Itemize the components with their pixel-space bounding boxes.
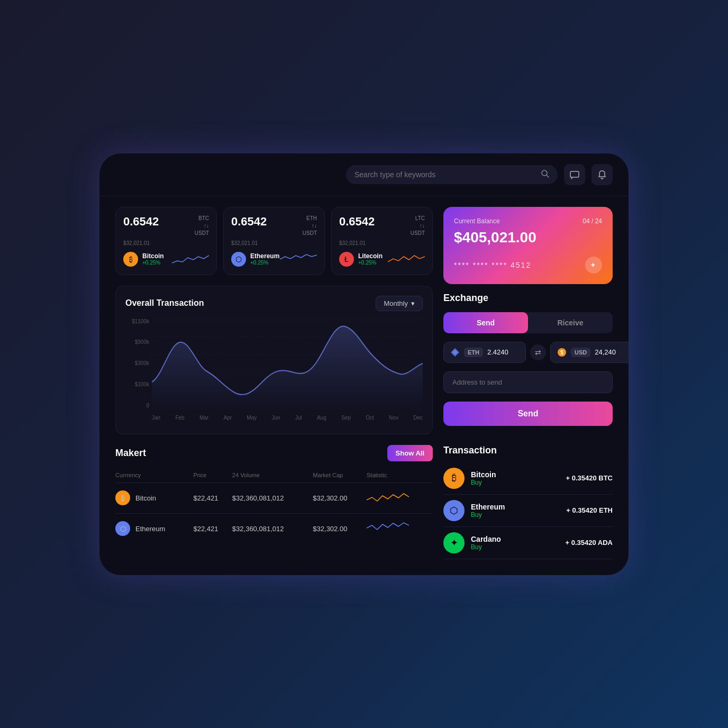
table-row: ⬡ Ethereum $22,421 $32,360,081,012 $32,3… (115, 513, 433, 544)
from-amount-input[interactable] (487, 348, 519, 356)
x-jul: Jul (295, 415, 302, 421)
ethereum-icon: ⬡ (231, 252, 246, 267)
exchange-tabs: Send Riceive (443, 312, 613, 333)
right-column: Current Balance 04 / 24 $405,021.00 ****… (443, 207, 613, 434)
btc-row-price: $22,421 (193, 483, 232, 513)
x-jun: Jun (272, 415, 280, 421)
crypto-cards-row: 0.6542 BTC ↑↓ USDT $32,021.01 ₿ Bitcoin (115, 207, 433, 275)
balance-card: Current Balance 04 / 24 $405,021.00 ****… (443, 207, 613, 284)
transaction-section: Transaction ₿ Bitcoin Buy + 0.35420 BTC … (443, 445, 613, 559)
x-aug: Aug (317, 415, 326, 421)
eth-row-currency: ⬡ Ethereum (115, 521, 193, 536)
tx-ethereum-type: Buy (471, 511, 560, 518)
x-dec: Dec (413, 415, 423, 421)
eth-sub-price: $32,021.01 (231, 240, 317, 246)
btc-row-cap: $32,302.00 (313, 483, 367, 513)
top-bar (99, 153, 629, 196)
tx-bitcoin-amount: + 0.35420 BTC (566, 474, 613, 482)
eth-row-chart (367, 513, 433, 544)
tx-ethereum-info: Ethereum Buy (471, 503, 560, 518)
btc-sub-price: $32,021.01 (123, 240, 209, 246)
notification-button[interactable] (592, 164, 613, 185)
x-nov: Nov (389, 415, 398, 421)
tx-bitcoin: ₿ Bitcoin Buy + 0.35420 BTC (443, 462, 613, 495)
search-bar[interactable] (346, 165, 558, 184)
btc-label: BTC ↑↓ USDT (195, 215, 209, 237)
balance-date: 04 / 24 (583, 217, 602, 225)
x-feb: Feb (175, 415, 184, 421)
x-jan: Jan (152, 415, 160, 421)
tx-ethereum-amount: + 0.35420 ETH (566, 506, 613, 514)
btc-row-icon: ₿ (115, 490, 130, 505)
tx-cardano-icon: ✦ (443, 532, 465, 553)
search-icon[interactable] (541, 169, 549, 180)
ltc-mini-chart (388, 251, 425, 267)
send-button[interactable]: Send (443, 402, 613, 426)
bottom-section: Makert Show All Currrency Price 24 Volum… (99, 445, 629, 575)
from-input-box: ETH (443, 342, 526, 363)
btc-mini-chart (172, 251, 209, 267)
tx-cardano-name: Cardano (471, 535, 559, 543)
col-statistic: Statistic (367, 468, 433, 483)
eth-row-name: Ethereum (135, 525, 165, 533)
exchange-title: Exchange (443, 293, 613, 304)
tx-ethereum-icon: ⬡ (443, 500, 465, 521)
btc-price: 0.6542 (123, 215, 159, 229)
card-number-text: **** **** **** 4512 (454, 261, 531, 269)
swap-button[interactable]: ⇄ (530, 344, 546, 360)
to-coin-badge: USD (571, 348, 590, 357)
btc-row-name: Bitcoin (135, 494, 156, 502)
bitcoin-icon: ₿ (123, 252, 138, 267)
ethereum-card: 0.6542 ETH ↑↓ USDT $32,021.01 ⬡ Ethereum (223, 207, 325, 275)
svg-line-1 (547, 175, 549, 177)
litecoin-card: 0.6542 LTC ↑↓ USDT $32,021.01 Ł Litecoin (331, 207, 433, 275)
market-title: Makert (115, 448, 146, 459)
ethereum-change: +0.25% (250, 260, 279, 266)
eth-coin-icon (450, 348, 460, 357)
search-input[interactable] (354, 170, 536, 179)
overall-transaction-section: Overall Transaction Monthly ▾ $1100k $90… (115, 286, 433, 434)
address-input[interactable] (443, 371, 613, 393)
eth-row-icon: ⬡ (115, 521, 130, 536)
table-row: ₿ Bitcoin $22,421 $32,360,081,012 $32,30… (115, 483, 433, 513)
tx-bitcoin-icon: ₿ (443, 468, 465, 489)
chart-y-labels: $1100k $900k $300k $100k 0 (125, 319, 149, 408)
tx-cardano-type: Buy (471, 543, 559, 551)
x-oct: Oct (366, 415, 374, 421)
market-table: Currrency Price 24 Volume Market Cap Sta… (115, 468, 433, 544)
y-label-3: $300k (125, 360, 149, 366)
eth-price: 0.6542 (231, 215, 267, 229)
chevron-down-icon: ▾ (411, 299, 415, 307)
col-price: Price (193, 468, 232, 483)
transaction-title: Transaction (443, 445, 613, 456)
ltc-sub-price: $32,021.01 (339, 240, 425, 246)
col-volume: 24 Volume (232, 468, 313, 483)
btc-row-chart (367, 483, 433, 513)
send-tab[interactable]: Send (443, 312, 528, 333)
period-dropdown[interactable]: Monthly ▾ (376, 296, 423, 311)
exchange-section: Exchange (443, 293, 613, 304)
litecoin-change: +0.25% (358, 260, 383, 266)
tx-bitcoin-type: Buy (471, 479, 559, 486)
eth-row-price: $22,421 (193, 513, 232, 544)
eth-mini-chart (280, 251, 317, 267)
tx-ethereum-name: Ethereum (471, 503, 560, 511)
message-button[interactable] (564, 164, 585, 185)
left-column: 0.6542 BTC ↑↓ USDT $32,021.01 ₿ Bitcoin (115, 207, 433, 434)
tx-cardano: ✦ Cardano Buy + 0.35420 ADA (443, 527, 613, 559)
show-all-button[interactable]: Show All (387, 445, 433, 461)
y-label-4: $100k (125, 381, 149, 387)
chart-title: Overall Transaction (125, 298, 204, 308)
tx-bitcoin-info: Bitcoin Buy (471, 470, 559, 486)
chart-svg-container (152, 319, 423, 408)
period-label: Monthly (384, 299, 408, 307)
cardano-logo: ✦ (585, 257, 602, 274)
litecoin-name: Litecoin (358, 252, 383, 260)
tx-cardano-amount: + 0.35420 ADA (566, 539, 613, 547)
x-sep: Sep (341, 415, 351, 421)
receive-tab[interactable]: Riceive (528, 312, 613, 333)
litecoin-icon: Ł (339, 252, 354, 267)
x-apr: Apr (223, 415, 232, 421)
bitcoin-card: 0.6542 BTC ↑↓ USDT $32,021.01 ₿ Bitcoin (115, 207, 217, 275)
to-amount-input[interactable] (595, 348, 626, 356)
